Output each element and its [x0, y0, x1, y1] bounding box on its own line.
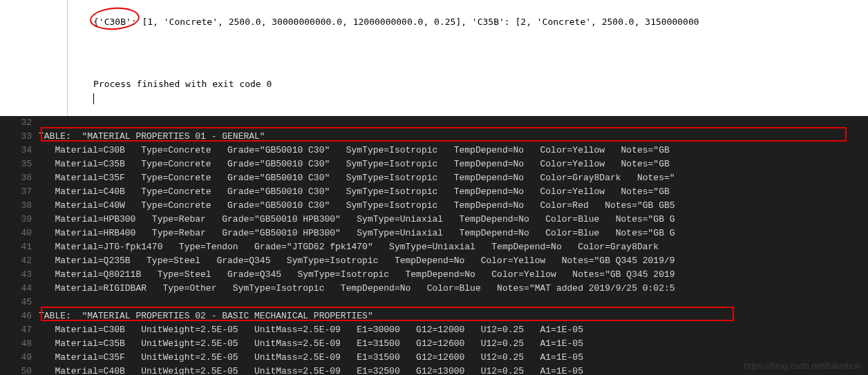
gutter-divider [67, 0, 68, 116]
code-line[interactable]: 49 Material=C35F UnitWeight=2.5E-05 Unit… [0, 351, 868, 365]
line-number: 32 [0, 116, 39, 130]
line-number: 41 [0, 240, 39, 254]
code-line[interactable]: 33TABLE: "MATERIAL PROPERTIES 01 - GENER… [0, 130, 868, 144]
code-text: Material=RIGIDBAR Type=Other SymType=Iso… [39, 282, 868, 296]
console-output-line: {'C30B': [1, 'Concrete', 2500.0, 3000000… [93, 17, 699, 27]
console-output-area: {'C30B': [1, 'Concrete', 2500.0, 3000000… [0, 0, 868, 116]
code-text: Material=C30B Type=Concrete Grade="GB500… [39, 144, 868, 157]
line-number: 45 [0, 296, 39, 309]
line-number: 36 [0, 171, 39, 185]
line-number: 44 [0, 282, 39, 296]
code-line[interactable]: 32 [0, 116, 868, 130]
code-line[interactable]: 40 Material=HRB400 Type=Rebar Grade="GB5… [0, 227, 868, 240]
code-text: TABLE: "MATERIAL PROPERTIES 02 - BASIC M… [39, 309, 868, 323]
code-text: Material=HRB400 Type=Rebar Grade="GB5001… [39, 227, 868, 240]
code-line[interactable]: 37 Material=C40B Type=Concrete Grade="GB… [0, 185, 868, 199]
line-number: 47 [0, 323, 39, 337]
line-number: 49 [0, 351, 39, 365]
code-line[interactable]: 34 Material=C30B Type=Concrete Grade="GB… [0, 144, 868, 157]
line-number: 33 [0, 130, 39, 144]
code-text [39, 296, 868, 309]
code-text: Material=C40B Type=Concrete Grade="GB500… [39, 185, 868, 199]
code-line[interactable]: 50 Material=C40B UnitWeight=2.5E-05 Unit… [0, 365, 868, 375]
code-editor[interactable]: 3233TABLE: "MATERIAL PROPERTIES 01 - GEN… [0, 116, 868, 375]
code-text: Material=C35B Type=Concrete Grade="GB500… [39, 157, 868, 171]
line-number: 38 [0, 199, 39, 213]
code-text: Material=C35B UnitWeight=2.5E-05 UnitMas… [39, 337, 868, 351]
code-line[interactable]: 41 Material=JTG-fpk1470 Type=Tendon Grad… [0, 240, 868, 254]
code-text: Material=Q80211B Type=Steel Grade=Q345 S… [39, 268, 868, 282]
code-text: TABLE: "MATERIAL PROPERTIES 01 - GENERAL… [39, 130, 868, 144]
code-text: Material=JTG-fpk1470 Type=Tendon Grade="… [39, 240, 868, 254]
code-text: Material=Q235B Type=Steel Grade=Q345 Sym… [39, 254, 868, 268]
line-number: 37 [0, 185, 39, 199]
line-number: 40 [0, 227, 39, 240]
watermark-text: https://blog.csdn.net/tulunbuir [744, 360, 861, 371]
process-exit-message: Process finished with exit code 0 [93, 79, 272, 89]
code-line[interactable]: 46TABLE: "MATERIAL PROPERTIES 02 - BASIC… [0, 309, 868, 323]
text-cursor [93, 93, 94, 104]
line-number: 39 [0, 213, 39, 227]
line-number: 42 [0, 254, 39, 268]
line-number: 50 [0, 365, 39, 375]
line-number: 43 [0, 268, 39, 282]
code-line[interactable]: 47 Material=C30B UnitWeight=2.5E-05 Unit… [0, 323, 868, 337]
code-line[interactable]: 38 Material=C40W Type=Concrete Grade="GB… [0, 199, 868, 213]
code-line[interactable]: 44 Material=RIGIDBAR Type=Other SymType=… [0, 282, 868, 296]
code-text: Material=C30B UnitWeight=2.5E-05 UnitMas… [39, 323, 868, 337]
code-line[interactable]: 39 Material=HPB300 Type=Rebar Grade="GB5… [0, 213, 868, 227]
code-line[interactable]: 36 Material=C35F Type=Concrete Grade="GB… [0, 171, 868, 185]
line-number: 35 [0, 157, 39, 171]
code-text: Material=HPB300 Type=Rebar Grade="GB5001… [39, 213, 868, 227]
code-text: Material=C40W Type=Concrete Grade="GB500… [39, 199, 868, 213]
code-line[interactable]: 43 Material=Q80211B Type=Steel Grade=Q34… [0, 268, 868, 282]
code-text: Material=C35F Type=Concrete Grade="GB500… [39, 171, 868, 185]
code-line[interactable]: 35 Material=C35B Type=Concrete Grade="GB… [0, 157, 868, 171]
line-number: 46 [0, 309, 39, 323]
code-text [39, 116, 868, 130]
line-number: 48 [0, 337, 39, 351]
code-line[interactable]: 42 Material=Q235B Type=Steel Grade=Q345 … [0, 254, 868, 268]
line-number: 34 [0, 144, 39, 157]
code-line[interactable]: 45 [0, 296, 868, 309]
code-line[interactable]: 48 Material=C35B UnitWeight=2.5E-05 Unit… [0, 337, 868, 351]
